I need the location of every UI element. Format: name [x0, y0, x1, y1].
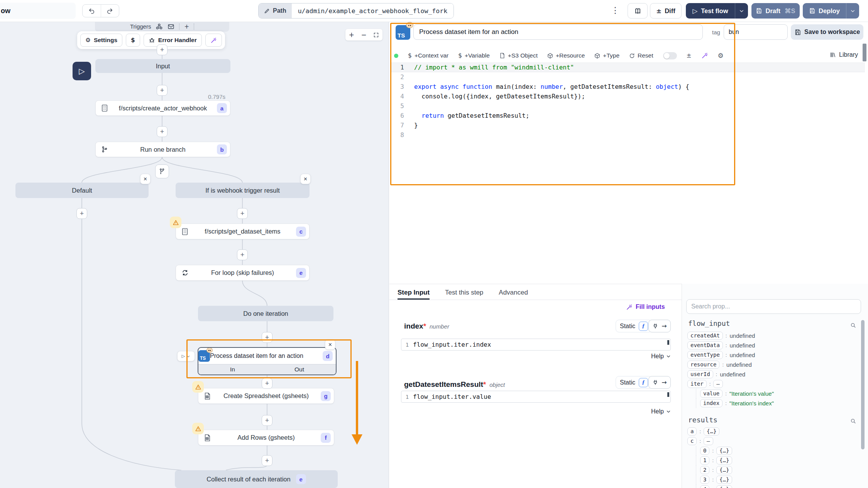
settings-button[interactable]: ⚙Settings	[80, 34, 122, 47]
remove-branch-button[interactable]: ×	[140, 174, 151, 184]
insert-step-button[interactable]: +	[237, 208, 248, 219]
function-icon[interactable]: ƒ	[639, 322, 648, 331]
code-line[interactable]: 1// import * as wmill from "windmill-cli…	[390, 63, 865, 72]
ai-wand-icon[interactable]	[701, 52, 708, 59]
node-in-tab[interactable]: In	[230, 366, 235, 373]
code-line[interactable]: 6 return getDatesetItemsResult;	[390, 111, 865, 120]
webhook-icon[interactable]	[156, 23, 163, 30]
tab-test-this-step[interactable]: Test this step	[445, 286, 483, 300]
prop-row-index[interactable]: index:"Iteration's index"	[696, 398, 774, 408]
save-to-workspace-button[interactable]: Save to workspace	[791, 24, 863, 40]
path-field[interactable]: Path u/admin/example_actor_webhook_flow_…	[258, 3, 454, 19]
add-trigger-icon[interactable]: +	[184, 23, 189, 30]
search-icon[interactable]	[850, 418, 856, 424]
static-mode-toggle[interactable]: Static ƒ	[616, 320, 652, 332]
fit-view-icon[interactable]	[373, 32, 379, 38]
deploy-dropdown[interactable]	[846, 3, 859, 19]
node-branch-if[interactable]: If is webhook trigger result	[176, 183, 310, 198]
node-run-one-branch[interactable]: Run one branch b	[95, 142, 230, 157]
insert-step-button[interactable]: +	[157, 44, 168, 55]
search-prop-input[interactable]	[686, 299, 861, 314]
error-handler-button[interactable]: Error Handler	[144, 34, 202, 47]
prop-row-resource[interactable]: resource:undefined	[687, 360, 774, 369]
code-editor[interactable]: 1// import * as wmill from "windmill-cli…	[390, 63, 865, 140]
diff-button[interactable]: ±Diff	[650, 3, 682, 19]
insert-step-button[interactable]: +	[157, 85, 168, 96]
mail-trigger-icon[interactable]	[168, 23, 174, 30]
static-mode-toggle[interactable]: Static ƒ	[616, 376, 652, 389]
tab-step-input[interactable]: Step Input	[398, 286, 430, 300]
code-line[interactable]: 5	[390, 101, 865, 111]
prop-row-3[interactable]: 3:{…}	[696, 475, 732, 485]
insert-step-button[interactable]: +	[262, 455, 272, 466]
insert-step-button[interactable]: +	[237, 249, 248, 260]
editor-settings-icon[interactable]: ⚙	[718, 52, 724, 59]
code-line[interactable]: 8	[390, 130, 865, 140]
draft-button[interactable]: Draft⌘S	[751, 3, 800, 19]
library-button[interactable]: Library	[830, 51, 858, 58]
add-context-var-button[interactable]: $+Context var	[408, 52, 448, 59]
step-title-input[interactable]	[413, 24, 703, 40]
add-type-button[interactable]: +Type	[594, 52, 619, 59]
prop-row-iter[interactable]: iter:–	[687, 379, 774, 389]
more-menu-button[interactable]: ⋮	[611, 5, 619, 15]
node-out-tab[interactable]: Out	[294, 366, 304, 373]
remove-branch-button[interactable]: ×	[300, 174, 311, 184]
add-branch-button[interactable]	[155, 164, 169, 178]
plus-minus-icon[interactable]: ±	[687, 52, 692, 59]
redo-button[interactable]	[101, 5, 119, 17]
deploy-button[interactable]: Deploy	[803, 3, 859, 19]
zoom-out-icon[interactable]: −	[361, 31, 367, 39]
flow-name-input[interactable]: ow	[0, 3, 76, 19]
node-get-dataset-items[interactable]: f/scripts/get_dataset_items c	[176, 224, 310, 239]
editor-scrollbar-thumb[interactable]	[863, 44, 866, 61]
prop-row-2[interactable]: 2:{…}	[696, 465, 732, 475]
insert-step-button[interactable]: +	[262, 332, 272, 343]
connect-input-button[interactable]: →	[648, 376, 671, 389]
prop-row-eventType[interactable]: eventType:undefined	[687, 350, 774, 360]
node-collect-result[interactable]: Collect result of each iteration e	[175, 470, 338, 488]
prop-row-4[interactable]: 4:{…}	[696, 485, 732, 488]
run-step-pill[interactable]: ▷	[177, 351, 195, 361]
node-for-loop[interactable]: For loop (skip failures) e	[176, 265, 310, 281]
test-flow-dropdown[interactable]	[735, 3, 748, 19]
insert-step-button[interactable]: +	[76, 208, 87, 219]
search-icon[interactable]	[850, 322, 856, 329]
run-flow-button[interactable]: ▷	[73, 62, 91, 80]
test-flow-button[interactable]: ▷Test flow	[686, 3, 748, 19]
insert-step-button[interactable]: +	[262, 378, 272, 389]
node-selected-step[interactable]: TS Process dataset item for an action d …	[198, 347, 337, 375]
remove-step-button[interactable]: ×	[325, 339, 335, 350]
variables-button[interactable]: $	[126, 34, 140, 47]
prop-row-createdAt[interactable]: createdAt:undefined	[687, 331, 774, 341]
node-add-rows[interactable]: Add Rows (gsheets) f	[198, 430, 334, 446]
function-icon[interactable]: ƒ	[639, 378, 648, 387]
tag-input[interactable]	[724, 24, 788, 40]
prop-row-userId[interactable]: userId:undefined	[687, 369, 774, 379]
results-header[interactable]: results	[688, 416, 717, 424]
prop-row-c[interactable]: c:–	[687, 436, 732, 446]
code-line[interactable]: 7}	[390, 120, 865, 130]
diff-toggle[interactable]	[663, 52, 677, 59]
flow-input-header[interactable]: flow_input	[688, 319, 730, 327]
add-resource-button[interactable]: +Resource	[547, 52, 585, 59]
reset-button[interactable]: Reset	[629, 52, 653, 59]
path-value[interactable]: u/admin/example_actor_webhook_flow_fork	[292, 3, 453, 18]
node-branch-default[interactable]: Default	[15, 183, 149, 198]
node-input[interactable]: Input	[95, 59, 230, 73]
fill-inputs-button[interactable]: Fill inputs	[626, 303, 665, 310]
help-link[interactable]: Help	[651, 408, 671, 415]
insert-step-button[interactable]: +	[157, 126, 168, 137]
flow-canvas[interactable]: Triggers + ⚙Settings $ Error Handler + −…	[0, 22, 389, 488]
index-expression-input[interactable]: 1 flow_input.iter.index	[401, 339, 671, 351]
prop-row-a[interactable]: a:{…}	[687, 427, 732, 436]
zoom-in-icon[interactable]: +	[349, 31, 354, 39]
add-variable-button[interactable]: $+Variable	[458, 52, 490, 59]
insert-step-button[interactable]: +	[262, 415, 272, 426]
prop-row-value[interactable]: value:"Iteration's value"	[696, 389, 774, 398]
prop-row-1[interactable]: 1:{…}	[696, 456, 732, 465]
add-s3-object-button[interactable]: +S3 Object	[499, 52, 538, 59]
code-line[interactable]: 3export async function main(index: numbe…	[390, 82, 865, 92]
undo-button[interactable]	[83, 5, 101, 17]
code-line[interactable]: 4 console.log({index, getDatesetItemsRes…	[390, 92, 865, 101]
